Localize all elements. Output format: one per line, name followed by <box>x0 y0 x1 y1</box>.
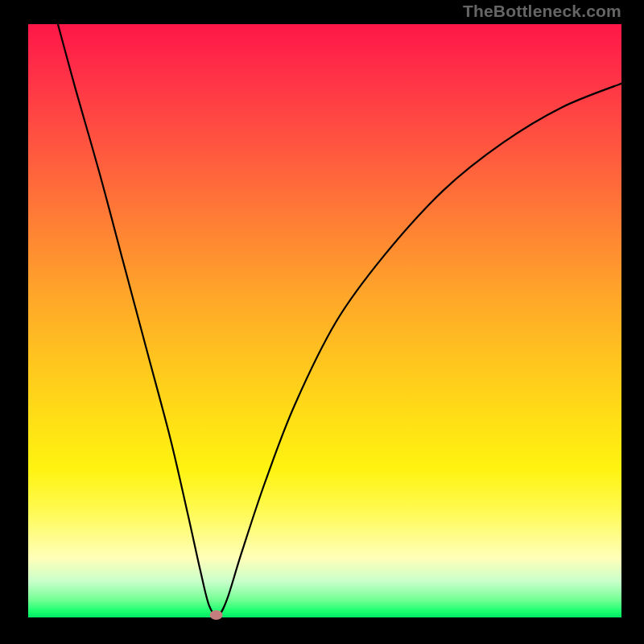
plot-area <box>28 24 621 617</box>
curve-svg <box>28 24 621 617</box>
minimum-marker <box>210 610 223 620</box>
bottleneck-curve <box>58 24 621 615</box>
branding-label: TheBottleneck.com <box>463 2 621 21</box>
chart-canvas: TheBottleneck.com <box>0 0 644 644</box>
